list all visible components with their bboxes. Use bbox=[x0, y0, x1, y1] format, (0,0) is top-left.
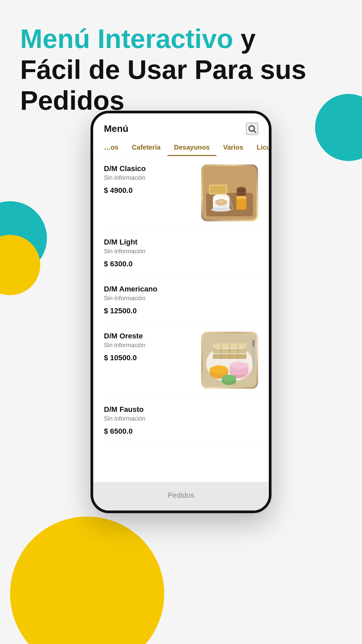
phone-screen: Menú …os Cafetería Desayunos Varios Licu… bbox=[90, 111, 272, 513]
tab-otros[interactable]: …os bbox=[97, 139, 125, 156]
tab-varios[interactable]: Varios bbox=[217, 139, 250, 156]
menu-item-oreste-info: D/M Oreste Sin información $ 10500.0 bbox=[104, 332, 196, 362]
phone-mockup: Menú …os Cafetería Desayunos Varios Licu… bbox=[90, 111, 272, 513]
menu-item-oreste-desc: Sin información bbox=[104, 342, 196, 349]
menu-item-americano-desc: Sin información bbox=[104, 295, 258, 302]
search-button[interactable] bbox=[246, 123, 258, 135]
pedidos-button[interactable]: Pedidos bbox=[104, 488, 258, 502]
food-image-2 bbox=[201, 332, 258, 389]
menu-item-light-info: D/M Light Sin información $ 6300.0 bbox=[104, 238, 258, 268]
menu-item-light-desc: Sin información bbox=[104, 248, 258, 255]
menu-list: D/M Clasico Sin información $ 4900.0 bbox=[93, 156, 269, 482]
menu-item-americano[interactable]: D/M Americano Sin información $ 12500.0 bbox=[104, 277, 258, 324]
menu-item-oreste[interactable]: D/M Oreste Sin información $ 10500.0 bbox=[104, 324, 258, 397]
svg-line-1 bbox=[254, 130, 256, 132]
menu-item-clasico-image bbox=[201, 164, 258, 221]
food-image-1 bbox=[201, 164, 258, 221]
svg-point-0 bbox=[249, 126, 254, 131]
tab-cafeteria[interactable]: Cafetería bbox=[125, 139, 167, 156]
svg-rect-32 bbox=[252, 340, 254, 347]
phone-bottom-bar: Pedidos bbox=[93, 482, 269, 511]
hero-title-teal: Menú Interactivo bbox=[20, 24, 233, 54]
menu-item-oreste-image bbox=[201, 332, 258, 389]
hero-header: Menú Interactivo y Fácil de Usar Para su… bbox=[0, 0, 362, 129]
hero-title: Menú Interactivo y Fácil de Usar Para su… bbox=[20, 23, 342, 116]
svg-point-25 bbox=[209, 366, 228, 374]
food-svg-1 bbox=[203, 166, 256, 220]
app-title: Menú bbox=[104, 123, 128, 134]
phone-topbar: Menú bbox=[93, 113, 269, 139]
menu-item-clasico-price: $ 4900.0 bbox=[104, 186, 196, 195]
menu-item-americano-name: D/M Americano bbox=[104, 285, 258, 293]
tab-desayunos[interactable]: Desayunos bbox=[167, 139, 217, 156]
menu-item-fausto-desc: Sin información bbox=[104, 415, 258, 422]
menu-item-light-name: D/M Light bbox=[104, 238, 258, 247]
food-svg-2 bbox=[203, 333, 256, 387]
menu-item-fausto-info: D/M Fausto Sin información $ 6500.0 bbox=[104, 405, 258, 436]
bg-decoration-yellow-bottom bbox=[10, 517, 164, 644]
menu-item-clasico-info: D/M Clasico Sin información $ 4900.0 bbox=[104, 164, 196, 195]
menu-item-clasico-desc: Sin información bbox=[104, 174, 196, 181]
svg-rect-13 bbox=[210, 186, 226, 193]
menu-item-fausto-price: $ 6500.0 bbox=[104, 427, 258, 436]
menu-item-fausto-name: D/M Fausto bbox=[104, 405, 258, 414]
search-icon bbox=[247, 124, 257, 133]
menu-item-light-price: $ 6300.0 bbox=[104, 260, 258, 268]
menu-item-americano-info: D/M Americano Sin información $ 12500.0 bbox=[104, 285, 258, 315]
menu-item-fausto[interactable]: D/M Fausto Sin información $ 6500.0 bbox=[104, 397, 258, 444]
menu-item-oreste-name: D/M Oreste bbox=[104, 332, 196, 340]
hero-title-line2: Fácil de Usar Para sus bbox=[20, 55, 306, 85]
svg-point-28 bbox=[230, 362, 248, 369]
svg-point-8 bbox=[211, 208, 231, 212]
menu-item-americano-price: $ 12500.0 bbox=[104, 307, 258, 315]
menu-item-clasico-name: D/M Clasico bbox=[104, 164, 196, 173]
menu-item-light[interactable]: D/M Light Sin información $ 6300.0 bbox=[104, 230, 258, 277]
svg-point-30 bbox=[222, 375, 236, 381]
hero-title-rest: y bbox=[233, 24, 256, 54]
tab-licua[interactable]: Licu… bbox=[250, 139, 269, 156]
menu-item-clasico[interactable]: D/M Clasico Sin información $ 4900.0 bbox=[104, 156, 258, 230]
category-tabs: …os Cafetería Desayunos Varios Licu… bbox=[93, 139, 269, 156]
menu-item-oreste-price: $ 10500.0 bbox=[104, 354, 196, 362]
svg-rect-15 bbox=[237, 190, 246, 196]
svg-rect-11 bbox=[236, 196, 246, 199]
